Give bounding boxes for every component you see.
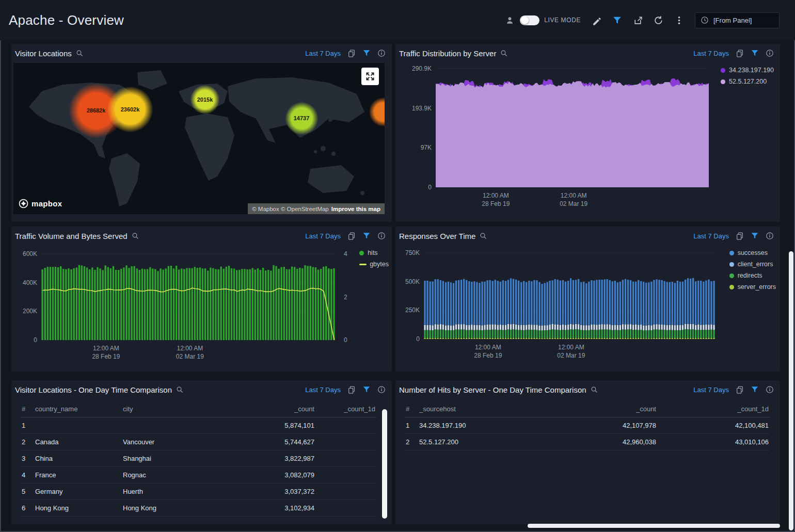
- vertical-scrollbar[interactable]: [789, 251, 793, 530]
- table-cell: Shanghai: [122, 450, 238, 466]
- filter-icon[interactable]: [612, 15, 622, 25]
- legend-swatch: [721, 79, 725, 84]
- legend-item[interactable]: client_errors: [729, 259, 776, 270]
- filter-icon[interactable]: [362, 232, 371, 240]
- legend-label: client_errors: [738, 261, 773, 268]
- col-header[interactable]: _sourcehost: [418, 401, 528, 417]
- map-bubble[interactable]: 23602k: [107, 87, 153, 132]
- table-row[interactable]: 3ChinaShanghai3,822,987: [21, 450, 376, 466]
- col-header[interactable]: _count: [238, 401, 315, 417]
- filter-icon[interactable]: [751, 49, 759, 57]
- copy-icon[interactable]: [736, 232, 744, 240]
- time-range-link[interactable]: Last 7 Days: [305, 50, 341, 57]
- time-range-link[interactable]: Last 7 Days: [305, 232, 341, 240]
- info-icon[interactable]: [377, 385, 386, 394]
- legend-swatch: [721, 68, 725, 73]
- map-canvas[interactable]: 28682k23602k2015k14737 mapbox © Mapbox ©…: [13, 63, 385, 214]
- map-bubble[interactable]: 2015k: [190, 85, 219, 114]
- bar-chart[interactable]: 0200K400K600K02412:00 AM28 Feb 1912:00 A…: [11, 245, 392, 369]
- copy-icon[interactable]: [736, 385, 744, 394]
- horizontal-scrollbar[interactable]: [528, 524, 780, 528]
- info-icon[interactable]: [377, 49, 386, 57]
- live-mode-toggle[interactable]: [520, 15, 539, 25]
- time-range-value: [From Panel]: [713, 17, 752, 24]
- time-range-link[interactable]: Last 7 Days: [693, 50, 729, 57]
- filter-icon[interactable]: [751, 232, 759, 240]
- info-icon[interactable]: [377, 232, 386, 240]
- info-icon[interactable]: [766, 232, 774, 240]
- table-row[interactable]: 252.5.127.20042,960,03843,010,106: [405, 433, 770, 450]
- col-header[interactable]: _count_1d: [315, 401, 376, 417]
- table-cell: Rognac: [122, 466, 238, 483]
- table-row[interactable]: 2CanadaVancouver5,744,627: [21, 433, 376, 450]
- info-icon[interactable]: [766, 49, 774, 57]
- legend-item[interactable]: gbytes: [359, 259, 389, 270]
- zoom-icon[interactable]: [176, 386, 184, 394]
- more-options-icon[interactable]: [674, 15, 684, 25]
- page-title: Apache - Overview: [0, 12, 124, 28]
- col-header[interactable]: #: [21, 401, 34, 417]
- map-expand-button[interactable]: [361, 68, 379, 85]
- table-cell: 2: [405, 433, 418, 450]
- legend-item[interactable]: hits: [359, 247, 389, 259]
- col-header[interactable]: city: [122, 401, 238, 417]
- table-container: # country_name city _count _count_1d 15,…: [11, 401, 392, 517]
- zoom-icon[interactable]: [591, 386, 598, 394]
- legend-item[interactable]: 52.5.127.200: [721, 76, 774, 87]
- table-cell: [122, 417, 238, 433]
- stacked-bar-chart[interactable]: 0250K500K750K12:00 AM28 Feb 1912:00 AM02…: [395, 245, 780, 369]
- col-header[interactable]: _count_1d: [657, 401, 770, 417]
- col-header[interactable]: country_name: [34, 401, 122, 417]
- table-cell: 6: [21, 499, 34, 516]
- panel-title: Traffic Volume and Bytes Served: [15, 232, 128, 240]
- col-header[interactable]: #: [405, 401, 418, 417]
- legend-item[interactable]: redirects: [729, 270, 776, 281]
- user-icon[interactable]: [505, 16, 514, 25]
- svg-text:250K: 250K: [405, 307, 420, 314]
- filter-icon[interactable]: [362, 385, 371, 394]
- time-range-link[interactable]: Last 7 Days: [693, 232, 729, 240]
- filter-icon[interactable]: [362, 49, 371, 57]
- copy-icon[interactable]: [347, 385, 356, 394]
- legend-item[interactable]: successes: [729, 247, 776, 259]
- zoom-icon[interactable]: [500, 50, 508, 57]
- svg-text:0: 0: [34, 336, 37, 344]
- info-icon[interactable]: [766, 385, 774, 394]
- panel-header: Visitor Locations Last 7 Days: [11, 44, 392, 62]
- table-row[interactable]: 6Hong KongHong Kong3,102,934: [21, 499, 376, 516]
- refresh-icon[interactable]: [654, 15, 663, 25]
- table-row[interactable]: 15,874,101: [21, 417, 376, 433]
- legend-item[interactable]: 34.238.197.190: [721, 65, 774, 76]
- table-cell: 42,960,038: [528, 433, 657, 450]
- col-header[interactable]: _count: [528, 401, 657, 417]
- zoom-icon[interactable]: [480, 232, 487, 240]
- table-row[interactable]: 134.238.197.19042,107,97842,100,481: [405, 417, 770, 433]
- attribution-text: © Mapbox © OpenStreetMap: [252, 206, 329, 212]
- copy-icon[interactable]: [347, 49, 356, 57]
- mapbox-logo[interactable]: mapbox: [19, 199, 62, 208]
- zoom-icon[interactable]: [132, 232, 139, 240]
- copy-icon[interactable]: [347, 232, 356, 240]
- live-mode-label: LIVE MODE: [544, 17, 581, 24]
- table-row[interactable]: 4FranceRognac3,082,079: [21, 466, 376, 483]
- time-range-link[interactable]: Last 7 Days: [693, 386, 729, 394]
- map-bubble[interactable]: 14737: [285, 102, 318, 135]
- chart-legend: 34.238.197.19052.5.127.200: [721, 65, 774, 87]
- copy-icon[interactable]: [736, 49, 744, 57]
- filter-icon[interactable]: [751, 385, 759, 394]
- svg-text:12:00 AM: 12:00 AM: [561, 192, 587, 199]
- legend-item[interactable]: server_errors: [729, 281, 776, 293]
- zoom-icon[interactable]: [76, 50, 84, 57]
- time-range-link[interactable]: Last 7 Days: [305, 386, 341, 394]
- table-row[interactable]: 5GermanyHuerth3,037,372: [21, 483, 376, 499]
- time-range-input[interactable]: [From Panel]: [695, 12, 780, 28]
- table-cell: 43,010,106: [657, 433, 770, 450]
- bubble-label: 23602k: [121, 106, 140, 112]
- export-icon[interactable]: [633, 15, 643, 25]
- edit-icon[interactable]: [592, 15, 601, 25]
- improve-map-link[interactable]: Improve this map: [331, 206, 380, 212]
- table-cell: 3,037,372: [238, 483, 315, 499]
- legend-label: redirects: [738, 272, 762, 279]
- table-cell: 3: [21, 450, 34, 466]
- table-scrollbar[interactable]: [382, 409, 387, 519]
